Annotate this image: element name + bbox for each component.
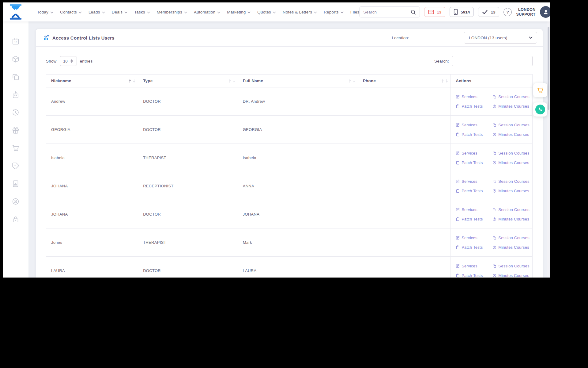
app-logo[interactable] — [3, 4, 28, 20]
nav-reports[interactable]: Reports — [324, 10, 344, 14]
nav-marketing[interactable]: Marketing — [227, 10, 251, 14]
sidebar-item-gifts[interactable] — [12, 126, 20, 134]
person-icon — [542, 9, 549, 15]
session-courses-link[interactable]: Session Courses — [492, 94, 529, 99]
minutes-courses-link[interactable]: Minutes Courses — [492, 217, 529, 221]
patch-tests-link[interactable]: Patch Tests — [456, 245, 483, 250]
nav-memberships[interactable]: Memberships — [157, 10, 187, 14]
sidebar: 12 $ — [3, 21, 28, 278]
help-button[interactable]: ? — [503, 8, 512, 16]
table-row: Jones THERAPIST Mark Services Session Co… — [46, 228, 533, 257]
patch-tests-link[interactable]: Patch Tests — [456, 217, 483, 221]
sidebar-item-calendar[interactable]: 12 — [12, 37, 20, 45]
cell-type: THERAPIST — [138, 228, 238, 257]
clipboard-icon — [456, 274, 460, 278]
table-header-row: Nickname Type — [46, 75, 533, 87]
services-link[interactable]: Services — [456, 123, 483, 127]
sidebar-item-orders[interactable] — [12, 91, 20, 99]
services-link[interactable]: Services — [456, 264, 483, 268]
nav-files[interactable]: Files — [350, 10, 360, 14]
patch-tests-link[interactable]: Patch Tests — [456, 189, 483, 193]
services-link[interactable]: Services — [456, 94, 483, 99]
location-select[interactable]: LONDON (13 users) — [464, 32, 537, 44]
sort-asc-icon — [129, 79, 132, 83]
calls-badge[interactable]: 5914 — [450, 7, 474, 17]
minutes-courses-link[interactable]: Minutes Courses — [492, 245, 529, 250]
acl-users-card: Access Control Lists Users Location: LON… — [36, 29, 543, 278]
whatsapp-float-button[interactable] — [533, 102, 547, 117]
session-courses-link[interactable]: Session Courses — [492, 123, 529, 127]
minutes-courses-link[interactable]: Minutes Courses — [492, 104, 529, 109]
chevron-down-icon — [147, 11, 150, 13]
session-courses-link[interactable]: Session Courses — [492, 264, 529, 268]
nav-deals[interactable]: Deals — [112, 10, 128, 14]
services-link[interactable]: Services — [456, 179, 483, 184]
minutes-courses-link[interactable]: Minutes Courses — [492, 273, 529, 278]
history-clock-icon — [12, 109, 20, 117]
session-courses-link[interactable]: Session Courses — [492, 151, 529, 155]
services-link[interactable]: Services — [456, 207, 483, 212]
cell-nickname: Isabela — [46, 144, 138, 172]
messages-count: 13 — [437, 10, 441, 14]
column-header-type[interactable]: Type — [138, 75, 238, 87]
patch-tests-link[interactable]: Patch Tests — [456, 132, 483, 137]
column-header-nickname[interactable]: Nickname — [46, 75, 138, 87]
minutes-courses-link[interactable]: Minutes Courses — [492, 132, 529, 137]
chevron-down-icon — [184, 11, 187, 13]
global-search-input[interactable] — [360, 7, 407, 17]
sidebar-item-duplicates[interactable] — [12, 73, 20, 81]
table-row: Isabela THERAPIST Isabela Services Sessi… — [46, 144, 533, 172]
cell-fullname: DR. Andrew — [238, 87, 358, 116]
minutes-courses-link[interactable]: Minutes Courses — [492, 160, 529, 165]
sidebar-item-pricing[interactable]: $ — [12, 162, 20, 170]
nav-notes-letters[interactable]: Notes & Letters — [283, 10, 317, 14]
chevron-down-icon — [217, 11, 220, 13]
sidebar-item-products[interactable] — [12, 55, 20, 63]
clipboard-icon — [456, 217, 460, 221]
column-header-phone[interactable]: Phone — [358, 75, 450, 87]
session-courses-link[interactable]: Session Courses — [492, 236, 529, 240]
header-search — [359, 6, 420, 17]
clock-icon — [492, 104, 496, 108]
sidebar-item-account[interactable] — [12, 197, 20, 205]
sidebar-item-history[interactable] — [12, 109, 20, 117]
cell-actions: Services Session Courses Patch Tests Min… — [451, 172, 533, 200]
nav-today[interactable]: Today — [37, 10, 53, 14]
column-header-fullname[interactable]: Full Name — [238, 75, 358, 87]
sort-asc-icon — [229, 79, 232, 83]
tasks-badge[interactable]: 13 — [478, 7, 499, 17]
report-chart-icon — [12, 180, 20, 188]
cell-actions: Services Session Courses Patch Tests Min… — [451, 257, 533, 278]
session-courses-link[interactable]: Session Courses — [492, 207, 529, 212]
pages-icon — [492, 264, 496, 268]
session-courses-link[interactable]: Session Courses — [492, 179, 529, 184]
pages-icon — [492, 179, 496, 183]
sidebar-item-cart[interactable] — [12, 144, 20, 152]
services-link[interactable]: Services — [456, 236, 483, 240]
nav-automation[interactable]: Automation — [194, 10, 220, 14]
sidebar-item-security[interactable] — [12, 215, 20, 223]
cell-fullname: ANNA — [238, 172, 358, 200]
patch-tests-link[interactable]: Patch Tests — [456, 160, 483, 165]
sort-desc-icon — [232, 79, 235, 83]
messages-badge[interactable]: 13 — [424, 7, 445, 17]
nav-tasks[interactable]: Tasks — [134, 10, 150, 14]
nav-quotes[interactable]: Quotes — [257, 10, 276, 14]
user-avatar[interactable] — [540, 6, 550, 18]
sidebar-item-reports[interactable] — [12, 180, 20, 188]
scrollbar-thumb[interactable] — [548, 27, 549, 110]
smartphone-icon — [454, 9, 458, 15]
hourglass-logo-icon — [9, 4, 22, 20]
nav-contacts[interactable]: Contacts — [60, 10, 82, 14]
minutes-courses-link[interactable]: Minutes Courses — [492, 189, 529, 193]
nav-leads[interactable]: Leads — [89, 10, 105, 14]
patch-tests-link[interactable]: Patch Tests — [456, 104, 483, 109]
services-link[interactable]: Services — [456, 151, 483, 155]
vertical-scrollbar[interactable] — [547, 21, 550, 278]
patch-tests-link[interactable]: Patch Tests — [456, 273, 483, 278]
table-search-input[interactable] — [452, 56, 533, 66]
page-size-select[interactable]: 10 — [60, 56, 77, 66]
cart-float-button[interactable] — [533, 83, 547, 97]
search-button[interactable] — [407, 7, 420, 17]
clipboard-icon — [456, 189, 460, 193]
